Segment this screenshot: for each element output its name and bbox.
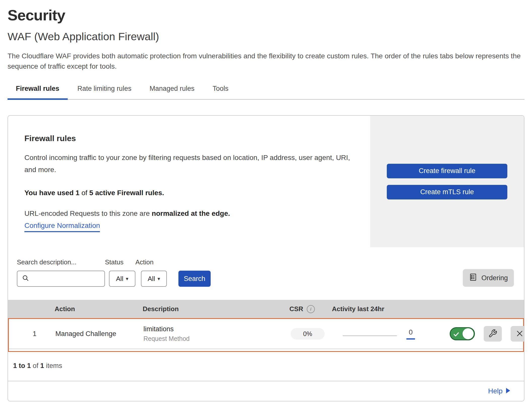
items-total: 1: [40, 362, 44, 369]
page-description: The Cloudflare WAF provides both automat…: [8, 51, 524, 72]
chevron-down-icon: ▾: [158, 276, 160, 281]
action-header: Action: [48, 305, 135, 313]
ordering-button[interactable]: Ordering: [463, 269, 514, 287]
card-info: Firewall rules Control incoming traffic …: [8, 116, 370, 247]
filter-bar: Search description... Status All ▾ Actio…: [8, 247, 524, 300]
help-row: Help: [8, 381, 524, 401]
firewall-rule-row: 1 Managed Challenge limitations Request …: [8, 318, 524, 352]
search-icon: [22, 274, 29, 283]
help-link[interactable]: Help: [488, 387, 510, 395]
chevron-down-icon: ▾: [126, 276, 128, 281]
usage-line: You have used 1 of 5 active Firewall rul…: [24, 189, 354, 197]
description-header: Description: [135, 305, 282, 313]
search-box: [17, 271, 105, 287]
status-dropdown[interactable]: All ▾: [109, 271, 135, 287]
rule-csr-cell: 0%: [283, 328, 325, 340]
toggle-knob: [463, 328, 474, 339]
usage-limit: 5 active Firewall rules.: [89, 189, 164, 197]
activity-count-link[interactable]: 0: [406, 328, 415, 340]
status-label: Status: [105, 258, 135, 266]
configure-normalization-link[interactable]: Configure Normalization: [24, 222, 100, 232]
tab-tools[interactable]: Tools: [204, 85, 237, 99]
ordering-list-icon: [469, 273, 477, 283]
items-range: 1 to 1: [13, 362, 31, 369]
close-icon: [516, 329, 524, 338]
csr-header: CSR i: [282, 305, 324, 313]
tab-rate-limiting-rules[interactable]: Rate limiting rules: [69, 85, 140, 99]
tab-managed-rules[interactable]: Managed rules: [141, 85, 203, 99]
rule-controls: [440, 326, 524, 342]
card-top-section: Firewall rules Control incoming traffic …: [8, 116, 524, 247]
create-firewall-rule-button[interactable]: Create firewall rule: [387, 164, 507, 178]
page-title: Security: [8, 7, 524, 24]
card-heading: Firewall rules: [24, 134, 354, 143]
table-footer: 1 to 1 of 1 items: [8, 352, 524, 381]
action-label: Action: [135, 258, 167, 266]
action-dropdown[interactable]: All ▾: [141, 271, 167, 287]
rule-action: Managed Challenge: [49, 330, 136, 338]
firewall-rules-card: Firewall rules Control incoming traffic …: [8, 115, 524, 401]
card-description: Control incoming traffic to your zone by…: [24, 152, 354, 176]
usage-count: You have used 1: [24, 189, 80, 197]
status-filter-group: Status All ▾: [105, 258, 135, 287]
search-label: Search description...: [17, 258, 105, 266]
security-page: Security WAF (Web Application Firewall) …: [0, 0, 532, 401]
rule-activity-cell: 0: [325, 328, 440, 340]
activity-underline: [406, 338, 415, 340]
page-subtitle: WAF (Web Application Firewall): [8, 30, 524, 43]
info-icon[interactable]: i: [307, 305, 315, 313]
search-input[interactable]: [32, 275, 104, 283]
table-row: 1 Managed Challenge limitations Request …: [9, 319, 523, 349]
rule-description-cell: limitations Request Method: [136, 325, 283, 342]
arrow-right-icon: [506, 387, 510, 395]
normalization-line: URL-encoded Requests to this zone are no…: [24, 210, 354, 218]
action-filter-group: Action All ▾: [135, 258, 167, 287]
tab-bar: Firewall rules Rate limiting rules Manag…: [8, 85, 524, 100]
rule-expression: Request Method: [143, 335, 283, 342]
search-button[interactable]: Search: [178, 271, 211, 287]
activity-sparkline: [343, 336, 397, 336]
actions-panel: Create firewall rule Create mTLS rule: [370, 116, 524, 247]
rule-priority: 1: [9, 330, 49, 338]
rule-enabled-toggle[interactable]: [450, 327, 475, 340]
tab-firewall-rules[interactable]: Firewall rules: [8, 85, 68, 99]
activity-header: Activity last 24hr: [324, 305, 440, 313]
rule-description: limitations: [143, 325, 283, 333]
delete-rule-button[interactable]: [511, 326, 524, 342]
check-icon: [453, 331, 460, 338]
wrench-icon: [488, 329, 497, 339]
edit-rule-button[interactable]: [484, 326, 502, 342]
search-filter-group: Search description...: [17, 258, 105, 287]
table-header: Action Description CSR i Activity last 2…: [8, 300, 524, 318]
create-mtls-rule-button[interactable]: Create mTLS rule: [387, 185, 507, 199]
csr-badge: 0%: [291, 328, 325, 340]
row-padding: [9, 349, 523, 351]
